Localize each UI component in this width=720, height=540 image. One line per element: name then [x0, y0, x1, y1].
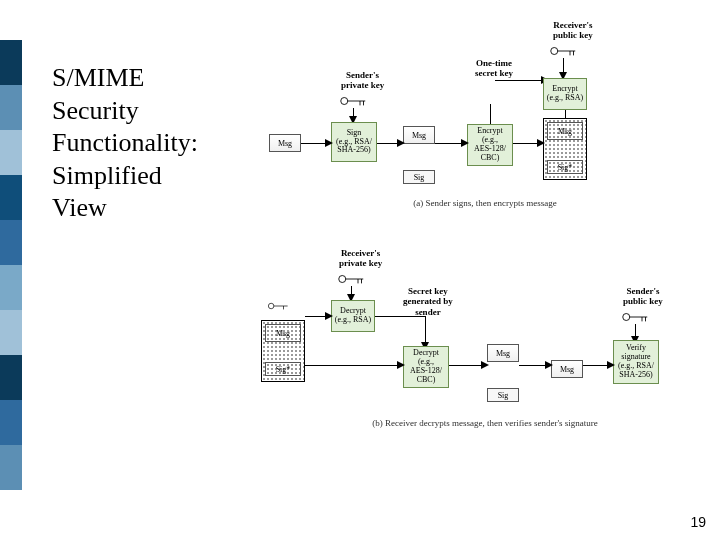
stripe	[0, 265, 22, 310]
key-icon	[549, 44, 577, 58]
key-icon	[267, 300, 289, 312]
stripe	[0, 175, 22, 220]
arrow-icon	[545, 361, 553, 369]
sign-block: Sign(e.g., RSA/SHA-256)	[331, 122, 377, 162]
caption-a: (a) Sender signs, then encrypts message	[385, 198, 585, 208]
connector	[435, 143, 463, 144]
receiver-public-key-label: Receiver'spublic key	[553, 20, 593, 41]
connector	[305, 365, 399, 366]
msg-box-encrypted: Msg	[265, 324, 301, 342]
arrow-icon	[397, 139, 405, 147]
stripe	[0, 310, 22, 355]
connector	[495, 80, 543, 81]
connector	[301, 143, 327, 144]
arrow-icon	[325, 312, 333, 320]
diagram: Receiver'spublic key One-timesecret key …	[235, 20, 695, 480]
stripe	[0, 220, 22, 265]
sig-box: Sig	[487, 388, 519, 402]
connector	[377, 143, 399, 144]
one-time-secret-key-label: One-timesecret key	[475, 58, 513, 79]
stripe	[0, 355, 22, 400]
connector	[519, 365, 547, 366]
msg-box: Msg	[403, 126, 435, 144]
connector	[513, 143, 539, 144]
encrypt-aes-block: Encrypt(e.g.,AES-128/CBC)	[467, 124, 513, 166]
msg-box: Msg	[487, 344, 519, 362]
svg-point-8	[339, 276, 346, 283]
sig-box: Sig	[403, 170, 435, 184]
decorative-sidebar	[0, 40, 22, 490]
encrypt-rsa-block: Encrypt(e.g., RSA)	[543, 78, 587, 110]
svg-point-4	[341, 98, 348, 105]
connector	[565, 110, 566, 118]
receiver-private-key-label: Receiver'sprivate key	[339, 248, 382, 269]
key-icon	[621, 310, 649, 324]
svg-point-16	[268, 303, 274, 309]
sender-public-key-label: Sender'spublic key	[623, 286, 663, 307]
svg-point-12	[623, 314, 630, 321]
key-icon	[337, 272, 365, 286]
key-icon	[339, 94, 367, 108]
connector	[305, 316, 327, 317]
arrow-icon	[461, 139, 469, 147]
arrow-icon	[481, 361, 489, 369]
arrow-icon	[397, 361, 405, 369]
decrypt-aes-block: Decrypt(e.g.,AES-128/CBC)	[403, 346, 449, 388]
msg-box: Msg	[269, 134, 301, 152]
arrow-icon	[607, 361, 615, 369]
connector	[490, 104, 491, 124]
arrow-icon	[537, 139, 545, 147]
sender-private-key-label: Sender'sprivate key	[341, 70, 384, 91]
stripe	[0, 445, 22, 490]
stripe	[0, 400, 22, 445]
decrypt-rsa-block: Decrypt(e.g., RSA)	[331, 300, 375, 332]
stripe	[0, 85, 22, 130]
verify-block: Verifysignature(e.g., RSA/SHA-256)	[613, 340, 659, 384]
slide-title: S/MIMESecurityFunctionality:SimplifiedVi…	[52, 62, 198, 225]
svg-point-0	[551, 48, 558, 55]
sig-box-encrypted: Sig*	[547, 160, 583, 174]
page-number: 19	[690, 514, 706, 530]
connector	[375, 316, 425, 317]
arrow-icon	[325, 139, 333, 147]
stripe	[0, 130, 22, 175]
connector	[449, 365, 483, 366]
secret-key-label: Secret keygenerated bysender	[403, 286, 453, 317]
connector	[425, 316, 426, 344]
stripe	[0, 40, 22, 85]
connector	[583, 365, 609, 366]
msg-box-encrypted: Msg	[547, 122, 583, 140]
sig-box-encrypted: Sig*	[265, 362, 301, 376]
msg-box: Msg	[551, 360, 583, 378]
caption-b: (b) Receiver decrypts message, then veri…	[335, 418, 635, 428]
